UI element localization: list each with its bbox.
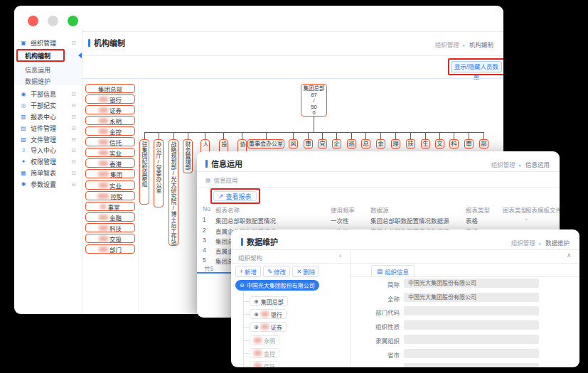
clipped-input[interactable] xyxy=(404,363,539,367)
breadcrumb[interactable]: 组织管理 ▸ 数据维护 xyxy=(511,238,570,247)
org-node[interactable]: 党 xyxy=(318,139,327,148)
sidebar-item-cadre-record[interactable]: ◎ 干部纪实 ⊟ xyxy=(14,99,82,111)
org-list-item[interactable]: 交投 xyxy=(85,234,135,243)
collapse-node-icon[interactable]: ⊖ xyxy=(240,282,245,288)
collapse-panel-icon[interactable]: ‹ xyxy=(339,252,341,259)
org-list-item[interactable]: 金融 xyxy=(85,212,135,222)
expand-node-icon[interactable]: ⊕ xyxy=(254,298,259,305)
sidebar-item-parameter-settings[interactable]: ✱ 参数设置 ⊟ xyxy=(14,178,82,190)
sidebar-item-smart-table[interactable]: ▦ 简单智表 ⊟ xyxy=(14,167,82,178)
org-node[interactable]: 审 xyxy=(304,139,313,148)
org-list-item[interactable]: 事堂 xyxy=(85,202,135,211)
view-report-button[interactable]: ↗ 查看报表 xyxy=(213,191,257,201)
maximize-window-button[interactable] xyxy=(68,16,78,26)
org-node[interactable]: 金 xyxy=(376,139,385,148)
collapse-toggle-icon[interactable]: ⊟ xyxy=(71,125,76,131)
breadcrumb[interactable]: 组织管理 ▸ 信息运用 xyxy=(491,160,550,168)
tree-node[interactable]: ⊕ 集团总部 xyxy=(250,296,288,306)
org-node[interactable]: 审 xyxy=(464,139,474,148)
section-title: 信息应用 xyxy=(214,175,238,184)
collapse-toggle-icon[interactable]: ⊟ xyxy=(71,158,76,165)
org-node[interactable]: 总 xyxy=(361,139,370,148)
org-list-item[interactable]: 信托 xyxy=(85,137,135,146)
breadcrumb[interactable]: 组织管理 ▸ 机构编制 xyxy=(435,40,493,48)
org-node[interactable]: 董事会办公室 xyxy=(247,139,284,148)
collapse-toggle-icon[interactable]: ⊟ xyxy=(71,102,76,109)
org-list-item[interactable]: 证券 xyxy=(85,105,135,114)
org-node[interactable]: 风 xyxy=(289,139,298,148)
sidebar-item-permission-mgmt[interactable]: ✦ 权限管理 ⊟ xyxy=(14,156,82,167)
org-list-label: 实业 xyxy=(109,181,122,190)
page-title-text: 信息运用 xyxy=(211,158,242,169)
org-list-item[interactable]: 实业 xyxy=(85,148,135,157)
minimize-window-button[interactable] xyxy=(48,16,58,26)
org-list-item[interactable]: 香港 xyxy=(85,158,135,168)
close-window-button[interactable] xyxy=(28,16,38,26)
expand-node-icon[interactable]: ⊕ xyxy=(254,324,259,330)
org-node[interactable]: 财务管理部 xyxy=(183,139,193,173)
add-button[interactable]: +新增 xyxy=(235,266,261,277)
org-list-item[interactable]: 永明 xyxy=(85,116,135,125)
sidebar-item-report-center[interactable]: ▥ 报表中心 ⊟ xyxy=(14,111,82,122)
org-node[interactable]: 企 xyxy=(332,139,341,148)
edit-button[interactable]: ✎修改 xyxy=(263,266,290,277)
org-node[interactable]: 战略规划部/光大研究院/博士后工作站 xyxy=(169,139,178,246)
table-row[interactable]: 1 集团总部职数配置情况 一次性 集团总部职数配置情况数据源 表格 - xyxy=(197,216,560,225)
field-label: 简称 xyxy=(356,280,400,288)
org-root-node[interactable]: 集团总部 87 / 50 0 xyxy=(301,84,327,117)
collapse-toggle-icon[interactable]: ⊟ xyxy=(71,91,76,97)
sidebar-item-file-mgmt[interactable]: ▧ 文件管理 ⊟ xyxy=(14,134,82,145)
dept-code-input[interactable] xyxy=(404,306,539,315)
org-node[interactable]: 文 xyxy=(435,139,444,148)
short-name-input[interactable]: 中国光大集团股份有限公司 xyxy=(404,279,539,288)
org-list-item[interactable]: 银行 xyxy=(85,94,135,104)
sidebar-item-cadre-info[interactable]: ◉ 干部信息 ⊟ xyxy=(14,88,82,99)
collapse-toggle-icon[interactable]: ⊟ xyxy=(71,147,76,153)
collapse-toggle-icon[interactable]: ⊟ xyxy=(71,114,76,120)
org-node[interactable]: 扶 xyxy=(406,139,415,148)
org-node[interactable]: 理 xyxy=(391,139,400,148)
tree-node[interactable]: 信托 xyxy=(250,361,279,367)
sidebar-item-org-mgmt[interactable]: ▣ 组织管理 ⊟ xyxy=(14,37,82,48)
tree-node[interactable]: ⊕ 证券 xyxy=(250,322,287,332)
province-city-input[interactable] xyxy=(404,349,539,358)
org-node[interactable]: 部 xyxy=(479,139,488,148)
parent-org-input[interactable] xyxy=(404,335,539,344)
tree-node[interactable]: 永明 xyxy=(250,335,279,345)
org-list-item[interactable]: 实业 xyxy=(85,180,135,190)
tree-node[interactable]: 金控 xyxy=(250,348,279,358)
org-nature-input[interactable] xyxy=(404,320,539,330)
sidebar-item-org-structure[interactable]: 机构编制 xyxy=(14,50,82,61)
breadcrumb-parent[interactable]: 组织管理 xyxy=(491,161,515,168)
collapse-toggle-icon[interactable]: ⊟ xyxy=(71,136,76,143)
collapse-up-icon[interactable]: ∧ xyxy=(567,252,572,259)
sidebar-item-certificate-mgmt[interactable]: ▤ 证件管理 ⊟ xyxy=(14,122,82,134)
tree-root-node[interactable]: ⊖ 中国光大集团股份有限公司 xyxy=(235,280,319,291)
org-node[interactable]: 科 xyxy=(449,139,459,148)
toggle-headcount-button[interactable]: 显示/隐藏人员数量 xyxy=(451,61,502,72)
org-list-item[interactable]: 集团总部 xyxy=(85,84,135,93)
org-list-item[interactable]: 科技 xyxy=(85,223,135,232)
sidebar-item-import-center[interactable]: ⇩ 导入中心 ⊟ xyxy=(14,144,82,156)
breadcrumb-parent[interactable]: 组织管理 xyxy=(435,41,459,48)
expand-node-icon[interactable]: ⊕ xyxy=(254,311,259,318)
org-list-item[interactable]: 部门 xyxy=(85,244,135,254)
delete-button[interactable]: ✕删除 xyxy=(292,266,319,277)
org-node[interactable]: 驻集团纪检监察组13/50 xyxy=(139,139,149,205)
redacted-text xyxy=(254,350,262,356)
sidebar-item-info-usage[interactable]: 信息运用 xyxy=(14,64,82,75)
sidebar-item-data-maintenance[interactable]: 数据维护 xyxy=(14,75,82,87)
org-node[interactable]: 巡 xyxy=(347,139,356,148)
breadcrumb-parent[interactable]: 组织管理 xyxy=(511,239,535,247)
org-node[interactable]: 生 xyxy=(421,139,430,148)
org-list-item[interactable]: 金控 xyxy=(85,126,135,136)
org-list-item[interactable]: 集团 xyxy=(85,169,135,178)
tab-org-info[interactable]: ▤ 组织信息 xyxy=(371,265,415,276)
collapse-toggle-icon[interactable]: ⊟ xyxy=(71,181,76,188)
org-node[interactable]: 办公厅/党委办公室19/80 xyxy=(154,139,164,207)
org-list-item[interactable]: 控股 xyxy=(85,191,135,200)
tree-node[interactable]: ⊕ 银行 xyxy=(250,309,287,319)
collapse-toggle-icon[interactable]: ⊟ xyxy=(71,170,76,176)
full-name-input[interactable]: 中国光大集团股份有限公司 xyxy=(404,293,539,302)
collapse-toggle-icon[interactable]: ⊟ xyxy=(71,40,76,46)
